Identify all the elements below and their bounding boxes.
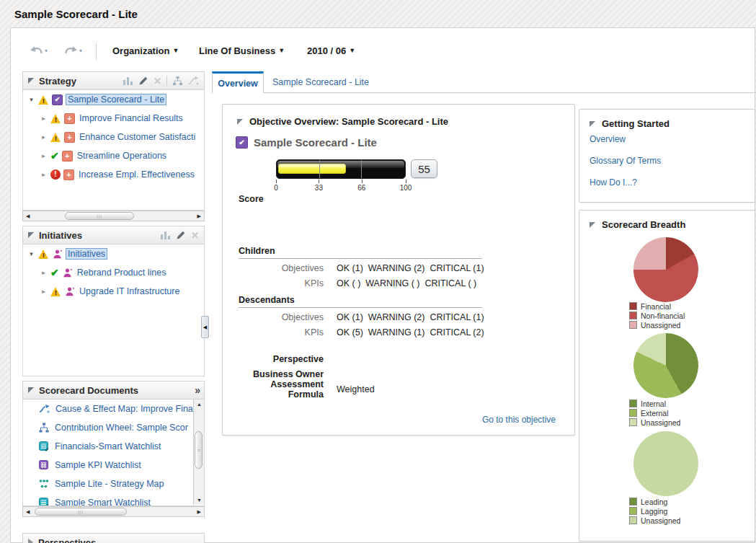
chart-icon[interactable] bbox=[160, 230, 171, 240]
document-label[interactable]: Sample Smart Watchlist bbox=[55, 498, 151, 506]
collapse-icon[interactable]: ▾ bbox=[27, 96, 35, 103]
strategy-panel-header: Strategy ✕ bbox=[22, 71, 205, 90]
legend-label: Unassigned bbox=[641, 321, 680, 330]
chart-icon[interactable] bbox=[123, 76, 133, 86]
link-how-do-i[interactable]: How Do I...? bbox=[590, 177, 637, 187]
tree-item[interactable]: ▾!✔Sample Scorecard - Lite bbox=[23, 90, 204, 109]
expand-icon[interactable]: ▸ bbox=[40, 269, 48, 276]
expand-icon[interactable]: ▸ bbox=[40, 115, 48, 122]
document-label[interactable]: Contribution Wheel: Sample Scor bbox=[55, 423, 188, 433]
status-row: KPIsOK ( ) WARNING ( ) CRITICAL ( ) bbox=[239, 275, 482, 291]
tab-sample-scorecard-lite[interactable]: Sample Scorecard - Lite bbox=[267, 71, 375, 93]
perspectives-panel-header[interactable]: Perspectives bbox=[22, 533, 205, 543]
legend-swatch bbox=[629, 498, 637, 506]
organization-dropdown[interactable]: Organization▼ bbox=[112, 45, 179, 56]
tree-item[interactable]: ▸!Upgrade IT Infrastructure bbox=[23, 282, 204, 301]
contribution-wheel-icon bbox=[39, 423, 49, 433]
scrollbar-thumb[interactable]: ||| bbox=[65, 212, 134, 220]
period-dropdown[interactable]: 2010 / 06▼ bbox=[307, 45, 355, 56]
expand-panel-icon[interactable]: » bbox=[195, 384, 199, 396]
tab-overview[interactable]: Overview bbox=[212, 71, 264, 93]
collapse-panel-icon[interactable] bbox=[28, 387, 34, 393]
delete-icon[interactable]: ✕ bbox=[191, 231, 199, 240]
scroll-left-icon[interactable]: ◀ bbox=[26, 509, 30, 515]
tree-item[interactable]: ▸!+Enhance Customer Satisfacti bbox=[23, 128, 204, 146]
collapse-panel-icon[interactable] bbox=[28, 232, 34, 238]
legend-row: Financial bbox=[629, 301, 685, 311]
tree-item[interactable]: ▸✔Rebrand Product lines bbox=[23, 263, 204, 282]
document-item[interactable]: Sample Smart Watchlist bbox=[23, 493, 194, 506]
panel-splitter-handle[interactable]: ◀ bbox=[201, 316, 209, 338]
critical-icon: ! bbox=[50, 169, 61, 180]
tree-item-label[interactable]: Streamline Operations bbox=[76, 150, 168, 162]
legend-swatch bbox=[629, 507, 637, 515]
scroll-up-icon[interactable]: ▲ bbox=[197, 402, 202, 407]
undo-menu-caret[interactable]: ▾ bbox=[45, 48, 48, 54]
tree-item[interactable]: ▸!+Improve Financial Results bbox=[23, 109, 204, 128]
tree-item-label[interactable]: Upgrade IT Infrastructure bbox=[78, 286, 181, 297]
document-item[interactable]: Cause & Effect Map: Improve Fina bbox=[23, 399, 194, 418]
score-value-badge: 55 bbox=[411, 159, 437, 178]
initiatives-panel-header: Initiatives ✕ bbox=[22, 226, 205, 244]
document-label[interactable]: Financials-Smart Watchlist bbox=[55, 441, 161, 451]
redo-menu-caret[interactable]: ▾ bbox=[79, 48, 82, 54]
expand-icon[interactable]: ▸ bbox=[40, 171, 48, 178]
expand-icon[interactable]: ▸ bbox=[40, 133, 48, 141]
link-glossary-of-terms[interactable]: Glossary Of Terms bbox=[590, 156, 661, 166]
scroll-right-icon[interactable]: ▶ bbox=[197, 509, 201, 515]
go-to-objective-link[interactable]: Go to this objective bbox=[482, 415, 556, 425]
edit-icon[interactable] bbox=[138, 76, 148, 86]
line-of-business-dropdown[interactable]: Line Of Business▼ bbox=[199, 45, 285, 56]
document-label[interactable]: Sample KPI Watchlist bbox=[55, 460, 141, 470]
warning-icon: ! bbox=[38, 250, 49, 259]
link-overview[interactable]: Overview bbox=[590, 134, 626, 144]
scrollbar-thumb[interactable]: ||| bbox=[35, 508, 127, 516]
legend-label: Financial bbox=[641, 302, 671, 311]
strategy-horizontal-scrollbar[interactable]: ◀ ▶ ||| bbox=[22, 211, 205, 221]
initiative-icon bbox=[64, 286, 75, 297]
document-item[interactable]: Sample KPI Watchlist bbox=[23, 456, 194, 474]
tree-item-label[interactable]: Rebrand Product lines bbox=[76, 267, 168, 278]
scrollbar-thumb[interactable]: ≡ bbox=[195, 431, 203, 469]
document-label[interactable]: Sample Lite - Strategy Map bbox=[55, 479, 164, 489]
tree-item[interactable]: ▸✔+Streamline Operations bbox=[23, 146, 204, 165]
pie-legend: FinancialNon-financialUnassigned bbox=[629, 301, 685, 330]
delete-icon[interactable]: ✕ bbox=[154, 76, 161, 86]
document-item[interactable]: Contribution Wheel: Sample Scor bbox=[23, 418, 194, 437]
collapse-section-icon[interactable] bbox=[590, 222, 595, 228]
expand-icon[interactable]: ▸ bbox=[40, 152, 48, 159]
cause-effect-icon[interactable] bbox=[188, 76, 199, 86]
collapse-section-icon[interactable] bbox=[237, 119, 243, 125]
tree-item-label[interactable]: Initiatives bbox=[66, 248, 107, 260]
gauge-gridline bbox=[319, 160, 320, 178]
collapse-section-icon[interactable] bbox=[590, 121, 595, 127]
objective-icon: + bbox=[64, 113, 75, 124]
tree-item-label[interactable]: Increase Empl. Effectiveness bbox=[77, 169, 196, 180]
tree-item-label[interactable]: Sample Scorecard - Lite bbox=[66, 94, 166, 105]
scroll-right-icon[interactable]: ▶ bbox=[197, 213, 201, 219]
tree-view-icon[interactable] bbox=[172, 76, 183, 86]
tree-item-label[interactable]: Improve Financial Results bbox=[78, 112, 184, 124]
undo-button[interactable]: ▾ bbox=[30, 45, 48, 56]
redo-button[interactable]: ▾ bbox=[64, 45, 82, 56]
edit-icon[interactable] bbox=[176, 230, 186, 240]
collapse-icon[interactable]: ▾ bbox=[27, 250, 35, 257]
tree-item[interactable]: ▾!Initiatives bbox=[23, 244, 204, 263]
warning-icon: ! bbox=[50, 287, 61, 296]
document-label[interactable]: Cause & Effect Map: Improve Fina bbox=[55, 404, 193, 414]
scroll-down-icon[interactable]: ▼ bbox=[197, 498, 202, 503]
chevron-down-icon: ▼ bbox=[172, 47, 179, 54]
expand-icon[interactable]: ▸ bbox=[40, 288, 48, 295]
expand-icon[interactable] bbox=[28, 539, 33, 543]
row-value: OK ( ) WARNING ( ) CRITICAL ( ) bbox=[337, 278, 476, 288]
tree-item-label[interactable]: Enhance Customer Satisfacti bbox=[78, 131, 197, 143]
tree-item[interactable]: ▸!+Increase Empl. Effectiveness bbox=[23, 165, 204, 184]
documents-horizontal-scrollbar[interactable]: ◀ ▶ ||| bbox=[22, 506, 205, 517]
documents-vertical-scrollbar[interactable]: ▲ ▼ ≡ bbox=[193, 399, 204, 505]
scroll-left-icon[interactable]: ◀ bbox=[26, 213, 30, 219]
legend-label: Unassigned bbox=[641, 516, 680, 525]
document-item[interactable]: Sample Lite - Strategy Map bbox=[23, 474, 194, 493]
document-item[interactable]: Financials-Smart Watchlist bbox=[23, 437, 194, 456]
collapse-panel-icon[interactable] bbox=[28, 78, 34, 84]
score-gauge-fill bbox=[278, 164, 346, 174]
